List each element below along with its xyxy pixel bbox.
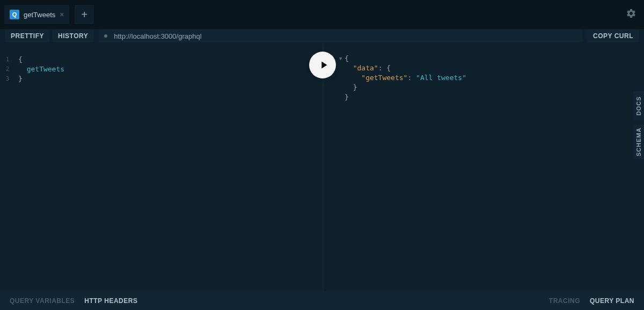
line-number: 1 — [0, 55, 15, 64]
json-token: : — [407, 74, 416, 82]
query-editor[interactable]: 1 2 3 { getTweets } — [0, 43, 322, 291]
json-indent — [345, 83, 353, 91]
code-token: { — [18, 55, 23, 63]
tab-http-headers[interactable]: HTTP HEADERS — [84, 297, 137, 305]
copy-curl-button[interactable]: COPY CURL — [588, 30, 639, 42]
new-tab-button[interactable]: + — [75, 5, 94, 24]
history-button[interactable]: HISTORY — [53, 30, 93, 42]
json-indent — [345, 74, 361, 82]
line-number: 3 — [0, 74, 15, 84]
line-number: 2 — [0, 64, 15, 74]
code-field: getTweets — [27, 65, 64, 73]
toolbar: PRETTIFY HISTORY COPY CURL — [0, 29, 644, 43]
tab-query-variables[interactable]: QUERY VARIABLES — [10, 297, 75, 305]
line-gutter: 1 2 3 — [0, 55, 15, 84]
fold-caret-icon[interactable]: ▼ — [339, 54, 342, 63]
tab-title: getTweets — [24, 11, 55, 19]
endpoint-input[interactable] — [114, 32, 577, 40]
editor-container: 1 2 3 { getTweets } ▼ { "data": { "getTw… — [0, 43, 644, 291]
json-token: { — [386, 64, 391, 72]
tab-active[interactable]: Q getTweets × — [4, 5, 69, 24]
plus-icon: + — [82, 9, 88, 21]
result-viewer: ▼ { "data": { "getTweets": "All tweets" … — [322, 43, 644, 291]
json-key: "getTweets" — [361, 74, 407, 82]
json-string: "All tweets" — [416, 74, 466, 82]
execute-button[interactable] — [309, 52, 336, 78]
schema-tab[interactable]: SCHEMA — [633, 125, 644, 159]
bottom-bar: QUERY VARIABLES HTTP HEADERS TRACING QUE… — [0, 291, 644, 310]
play-icon — [318, 59, 330, 71]
settings-button[interactable] — [626, 8, 636, 21]
tab-type-icon: Q — [10, 10, 19, 19]
code-token — [18, 65, 27, 73]
json-key: "data" — [353, 64, 378, 72]
prettify-button[interactable]: PRETTIFY — [5, 30, 49, 42]
json-token: } — [345, 93, 349, 101]
tab-query-plan[interactable]: QUERY PLAN — [590, 297, 634, 305]
status-dot-icon — [104, 34, 107, 38]
json-token: { — [345, 54, 349, 62]
tab-tracing[interactable]: TRACING — [549, 297, 580, 305]
json-token: } — [353, 83, 357, 91]
tab-bar: Q getTweets × + — [0, 0, 644, 29]
docs-tab[interactable]: DOCS — [633, 91, 644, 120]
code-token: } — [18, 75, 23, 83]
json-indent — [345, 64, 353, 72]
json-token: : — [378, 64, 387, 72]
close-icon[interactable]: × — [60, 10, 64, 19]
url-bar[interactable] — [99, 30, 582, 42]
gear-icon — [626, 8, 636, 19]
